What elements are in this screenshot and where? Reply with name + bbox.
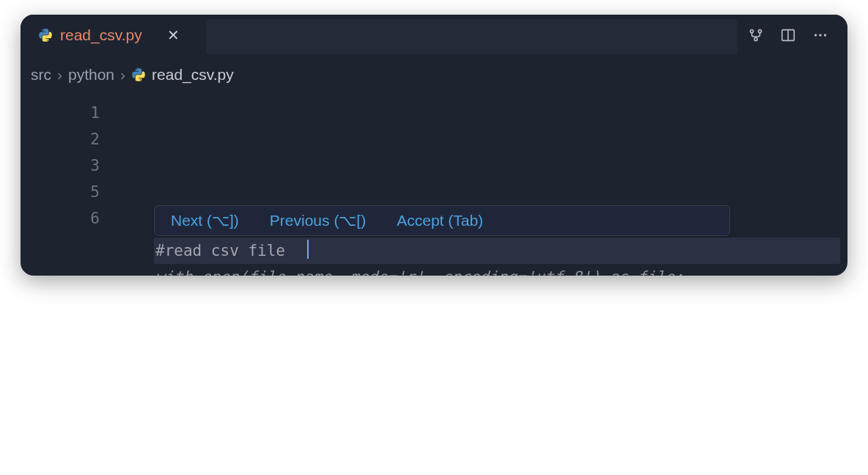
svg-point-1 xyxy=(758,29,761,32)
breadcrumb-seg[interactable]: python xyxy=(68,66,114,84)
split-editor-icon[interactable] xyxy=(780,27,796,43)
svg-point-7 xyxy=(824,34,826,36)
line-number: 1 xyxy=(21,100,100,126)
editor-window: read_csv.py ✕ src › python › read_csv.py… xyxy=(21,15,847,276)
code-lines: #read csv file with open(file_name, mode… xyxy=(155,238,840,276)
breadcrumb-seg[interactable]: src xyxy=(31,66,51,84)
compare-icon[interactable] xyxy=(748,27,764,43)
ghost-line: with open(file_name, mode='r', encoding=… xyxy=(155,264,840,276)
typed-comment: #read csv file xyxy=(155,242,285,259)
svg-point-6 xyxy=(819,34,821,36)
line-number: 6 xyxy=(21,205,100,232)
suggestion-accept-button[interactable]: Accept (Tab) xyxy=(397,207,483,234)
svg-point-2 xyxy=(754,37,757,40)
text-cursor xyxy=(307,240,309,259)
python-icon xyxy=(38,28,53,43)
chevron-right-icon: › xyxy=(57,66,62,84)
suggestion-previous-button[interactable]: Previous (⌥[) xyxy=(270,207,366,234)
tab-bar-empty-space xyxy=(206,19,738,54)
svg-point-5 xyxy=(814,34,817,36)
more-icon[interactable] xyxy=(812,27,828,43)
tab-bar: read_csv.py ✕ xyxy=(21,15,847,56)
python-icon xyxy=(131,67,146,82)
tab-label: read_csv.py xyxy=(60,26,142,44)
code-line: #read csv file xyxy=(155,238,840,264)
tab-read-csv[interactable]: read_csv.py ✕ xyxy=(26,15,193,56)
breadcrumb: src › python › read_csv.py xyxy=(21,56,847,89)
line-gutter: 1 2 3 5 6 xyxy=(21,100,114,232)
editor-body: 1 2 3 5 6 Next (⌥]) Previous (⌥[) Accept… xyxy=(21,89,847,232)
inline-suggestion-toolbar: Next (⌥]) Previous (⌥[) Accept (Tab) xyxy=(154,205,730,236)
editor-toolbar xyxy=(738,27,839,43)
line-number: 5 xyxy=(21,179,100,205)
close-icon[interactable]: ✕ xyxy=(167,26,180,44)
svg-point-0 xyxy=(750,29,753,32)
line-number: 2 xyxy=(21,126,100,152)
code-area[interactable]: Next (⌥]) Previous (⌥[) Accept (Tab) #re… xyxy=(114,100,847,232)
chevron-right-icon: › xyxy=(120,66,125,84)
line-number: 3 xyxy=(21,152,100,179)
breadcrumb-file[interactable]: read_csv.py xyxy=(152,66,234,84)
suggestion-next-button[interactable]: Next (⌥]) xyxy=(171,207,239,234)
